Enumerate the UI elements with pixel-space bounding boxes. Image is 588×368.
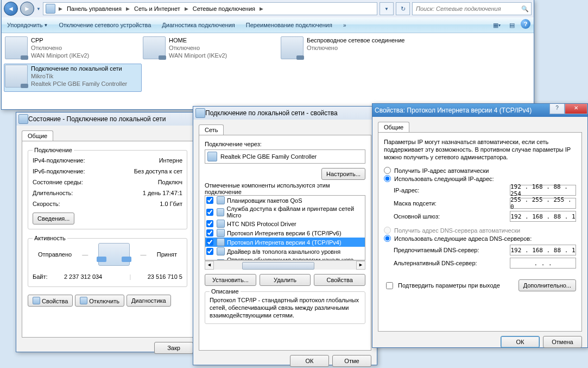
dialog-title: Подключение по локальной сети - свойства [205,109,338,117]
component-item[interactable]: Драйвер в/в тополога канального уровня [205,247,365,256]
help-button[interactable]: ? [549,104,565,114]
ok-button[interactable]: ОК [501,336,540,348]
connections-list: CPP Отключено WAN Miniport (IKEv2) HOME … [2,33,534,94]
adapter-name: Realtek PCIe GBE Family Controller [220,153,317,160]
connect-using-label: Подключение через: [205,141,365,147]
scroll-right-button[interactable]: ► [356,261,365,270]
component-properties-button[interactable]: Свойства [314,274,365,286]
duration-label: Длительность: [33,189,73,197]
diagnose-button[interactable]: Диагностика [127,295,171,307]
breadcrumb-item[interactable]: Панель управления [64,5,125,12]
protocol-icon [217,229,225,237]
component-label: Протокол Интернета версии 6 (TCP/IPv6) [227,230,342,236]
network-adapter-icon [143,36,166,59]
preview-pane-button[interactable]: ▤ [505,19,519,31]
ip-address-label: IP-адрес: [394,187,419,194]
preferred-dns-input[interactable]: 192 . 168 . 88 . 1 [510,245,576,255]
configure-button[interactable]: Настроить... [321,168,365,180]
tab-network[interactable]: Сеть [199,124,224,135]
view-mode-button[interactable]: ▦▾ [490,19,503,31]
connection-device: WAN Miniport (IKEv2) [169,52,227,59]
speed-label: Скорость: [33,199,60,208]
alternate-dns-label: Альтернативный DNS-сервер: [394,260,477,266]
component-item[interactable]: Протокол Интернета версии 4 (TCP/IPv4) [205,238,365,247]
component-checkbox[interactable] [206,220,213,227]
description-text: Протокол TCP/IP - стандартный протокол г… [210,296,361,319]
horizontal-scrollbar[interactable]: ◄ ► [205,260,365,270]
connection-status-dialog: Состояние - Подключение по локальной сет… [16,112,199,352]
ipv6-label: IPv6-подключение: [33,167,85,176]
tab-general[interactable]: Общие [22,130,53,141]
refresh-button[interactable]: ↻ [396,2,410,15]
nav-forward-button[interactable]: ► [20,2,34,16]
diagnose-button[interactable]: Диагностика подключения [160,21,237,29]
alternate-dns-input[interactable]: . . . [510,258,576,269]
ipv4-value: Интерне [159,156,182,165]
breadcrumb-item[interactable]: Сеть и Интернет [131,5,184,12]
component-item[interactable]: Служба доступа к файлам и принтерам сете… [205,205,365,219]
component-checkbox[interactable] [206,197,213,204]
search-icon: 🔍 [521,5,529,13]
breadcrumb-dropdown[interactable]: ▼ [380,2,394,15]
connection-item-wireless[interactable]: Беспроводное сетевое соединение Отключен… [280,35,418,64]
recv-label: Принят [157,251,177,258]
component-checkbox[interactable] [206,229,213,236]
organize-menu[interactable]: Упорядочить▼ [5,21,50,29]
properties-button[interactable]: Свойства [28,295,73,307]
more-chevron[interactable]: » [341,21,349,29]
media-value: Подключ [158,178,182,186]
window-controls: ? ✕ [549,104,587,114]
network-adapter-icon [5,36,28,59]
nav-history-dropdown[interactable]: ▼ [36,7,41,11]
manual-dns-radio[interactable]: Использовать следующие адреса DNS-сервер… [384,234,576,242]
ipv6-value: Без доступа к сет [134,167,182,176]
bytes-label: Байт: [33,272,48,281]
components-list[interactable]: Планировщик пакетов QoSСлужба доступа к … [205,195,365,260]
cancel-button[interactable]: Отме [332,355,371,367]
disable-button[interactable]: Отключить [75,295,124,307]
component-checkbox[interactable] [206,248,213,255]
manual-ip-radio[interactable]: Использовать следующий IP-адрес: [384,174,576,183]
subnet-mask-label: Маска подсети: [394,200,437,207]
tab-general[interactable]: Общие [378,122,409,132]
scroll-thumb[interactable] [242,262,314,270]
close-button[interactable]: Закр [154,342,193,354]
connection-item-lan[interactable]: Подключение по локальной сети MikroTik R… [4,64,142,92]
help-icon[interactable]: ? [521,19,530,29]
auto-ip-radio[interactable]: Получить IP-адрес автоматически [384,166,576,174]
install-button[interactable]: Установить... [205,274,256,286]
cancel-button[interactable]: Отмена [543,336,582,348]
titlebar: Состояние - Подключение по локальной сет… [16,113,199,126]
breadcrumb[interactable]: ▶ Панель управления▶ Сеть и Интернет▶ Се… [43,2,377,15]
advanced-button[interactable]: Дополнительно... [519,279,576,291]
scroll-left-button[interactable]: ◄ [205,261,214,270]
search-input[interactable] [415,5,521,13]
component-checkbox[interactable] [206,239,213,246]
ip-address-input[interactable]: 192 . 168 . 88 . 254 [510,185,576,196]
connection-item-home[interactable]: HOME Отключено WAN Miniport (IKEv2) [142,35,280,64]
auto-dns-radio: Получить адрес DNS-сервера автоматически [384,226,576,234]
close-button[interactable]: ✕ [565,104,587,114]
gateway-input[interactable]: 192 . 168 . 88 . 1 [510,211,576,222]
component-item[interactable]: Протокол Интернета версии 6 (TCP/IPv6) [205,228,365,238]
rename-button[interactable]: Переименование подключения [244,21,334,29]
protocol-icon [217,196,225,204]
subnet-mask-input[interactable]: 255 . 255 . 255 . 0 [510,198,576,209]
nav-back-button[interactable]: ◄ [4,2,18,16]
breadcrumb-item[interactable]: Сетевые подключения [189,5,258,12]
ok-button[interactable]: ОК [290,355,329,367]
component-checkbox[interactable] [206,209,213,216]
component-item[interactable]: Ответчик обнаружения топологии канальног… [205,256,365,260]
details-button[interactable]: Сведения... [33,213,74,224]
disable-device-button[interactable]: Отключение сетевого устройства [56,21,153,29]
component-item[interactable]: Планировщик пакетов QoS [205,196,365,205]
validate-checkbox[interactable]: Подтвердить параметры при выходе [384,280,500,291]
search-box[interactable]: 🔍 [412,2,532,15]
component-label: Протокол Интернета версии 4 (TCP/IPv4) [227,239,342,246]
adapter-field: Realtek PCIe GBE Family Controller [205,149,365,164]
duration-value: 1 день 17:47:1 [143,189,182,197]
uninstall-button[interactable]: Удалить [260,274,311,286]
connection-item-cpp[interactable]: CPP Отключено WAN Miniport (IKEv2) [4,35,142,64]
connection-status: MikroTik [31,72,127,80]
component-item[interactable]: HTC NDIS Protocol Driver [205,219,365,228]
